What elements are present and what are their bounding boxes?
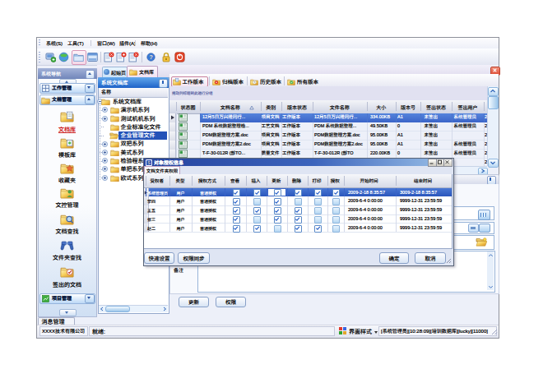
svg-text:S: S xyxy=(147,160,151,165)
svg-text:?: ? xyxy=(149,53,153,61)
